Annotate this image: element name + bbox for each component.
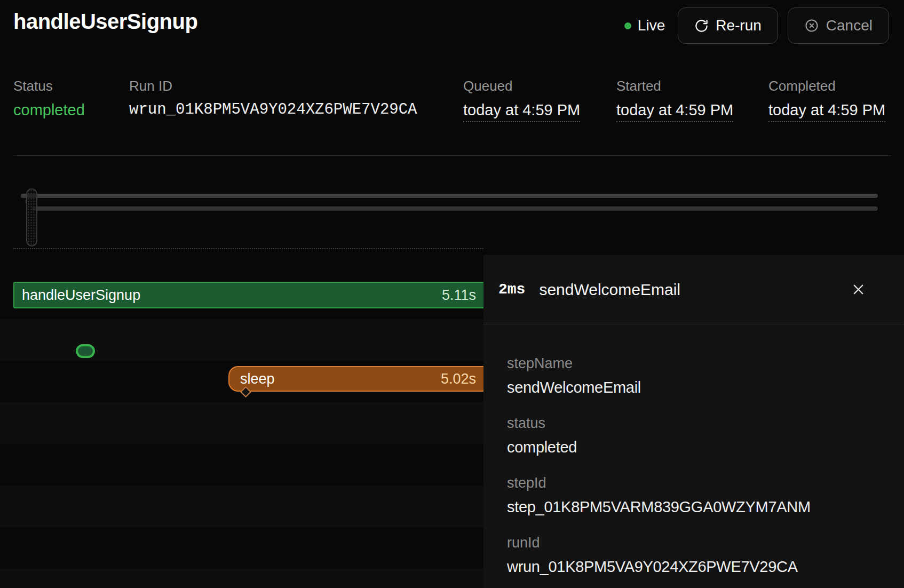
live-label: Live xyxy=(638,17,665,34)
span-bar-sleep[interactable]: sleep 5.02s xyxy=(228,366,483,392)
meta-started-value: today at 4:59 PM xyxy=(616,101,733,122)
meta-completed-label: Completed xyxy=(768,78,885,94)
meta-started: Started today at 4:59 PM xyxy=(616,78,733,122)
trace-row-stripes xyxy=(0,277,483,588)
span-pill-sendWelcomeEmail[interactable] xyxy=(76,344,95,358)
header-divider xyxy=(13,155,891,156)
rerun-button-label: Re-run xyxy=(716,17,762,34)
step-detail-header: 2ms sendWelcomeEmail xyxy=(483,255,904,324)
field-label: runId xyxy=(507,535,883,551)
field-label: status xyxy=(507,415,883,431)
live-dot-icon xyxy=(624,22,631,29)
live-indicator: Live xyxy=(624,17,665,34)
meta-status-value: completed xyxy=(13,101,85,119)
meta-status-label: Status xyxy=(13,78,85,94)
close-icon xyxy=(850,281,867,298)
field-label: stepId xyxy=(507,475,883,491)
meta-queued-label: Queued xyxy=(463,78,580,94)
field-value: sendWelcomeEmail xyxy=(507,379,883,396)
meta-run-id: Run ID wrun_01K8PM5VA9Y024XZ6PWE7V29CA xyxy=(129,78,417,119)
header-actions: Live Re-run Cancel xyxy=(624,8,889,43)
field-stepName: stepName sendWelcomeEmail xyxy=(507,355,883,396)
span-name: sleep xyxy=(240,371,275,387)
field-status: status completed xyxy=(507,415,883,456)
refresh-icon xyxy=(694,19,709,33)
step-duration-badge: 2ms xyxy=(498,281,525,298)
field-value: completed xyxy=(507,439,883,456)
meta-run-id-label: Run ID xyxy=(129,78,417,94)
meta-queued: Queued today at 4:59 PM xyxy=(463,78,580,122)
step-detail-fields: stepName sendWelcomeEmail status complet… xyxy=(483,324,904,575)
meta-started-label: Started xyxy=(616,78,733,94)
minimap-sleep-span-bar xyxy=(32,206,878,211)
field-stepId: stepId step_01K8PM5VARM839GGA0WZYM7ANM xyxy=(507,475,883,515)
meta-queued-value: today at 4:59 PM xyxy=(463,101,580,122)
minimap-root-span-bar xyxy=(21,194,878,198)
meta-run-id-value: wrun_01K8PM5VA9Y024XZ6PWE7V29CA xyxy=(129,101,417,119)
minimap-divider xyxy=(13,248,483,249)
rerun-button[interactable]: Re-run xyxy=(678,7,778,44)
page-title: handleUserSignup xyxy=(13,10,197,34)
span-duration: 5.11s xyxy=(442,287,476,304)
field-value: wrun_01K8PM5VA9Y024XZ6PWE7V29CA xyxy=(507,558,883,575)
close-panel-button[interactable] xyxy=(850,281,867,298)
timeline-scrubber-handle[interactable] xyxy=(26,188,37,247)
span-name: handleUserSignup xyxy=(22,287,140,304)
circle-x-icon xyxy=(804,18,819,33)
meta-completed-value: today at 4:59 PM xyxy=(768,101,885,122)
cancel-button-label: Cancel xyxy=(826,17,873,34)
span-bar-handleUserSignup[interactable]: handleUserSignup 5.11s xyxy=(13,282,483,308)
step-detail-panel: 2ms sendWelcomeEmail stepName sendWelcom… xyxy=(483,255,904,588)
cancel-button[interactable]: Cancel xyxy=(788,7,889,44)
field-runId: runId wrun_01K8PM5VA9Y024XZ6PWE7V29CA xyxy=(507,535,883,575)
field-label: stepName xyxy=(507,355,883,371)
field-value: step_01K8PM5VARM839GGA0WZYM7ANM xyxy=(507,498,883,515)
meta-completed: Completed today at 4:59 PM xyxy=(768,78,885,122)
step-detail-title: sendWelcomeEmail xyxy=(539,281,680,299)
meta-status: Status completed xyxy=(13,78,85,119)
span-duration: 5.02s xyxy=(441,371,476,387)
workflow-run-page: handleUserSignup Live Re-run Cancel xyxy=(0,0,904,588)
